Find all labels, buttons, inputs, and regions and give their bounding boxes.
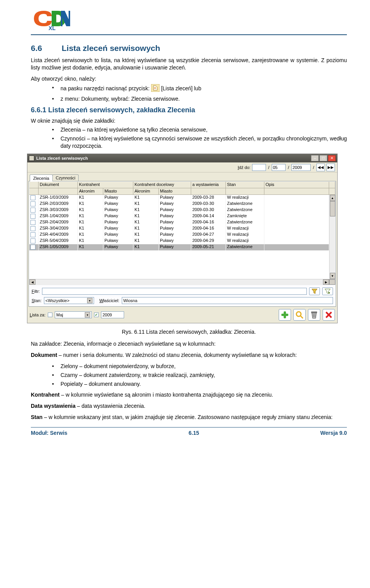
funnel-run-button[interactable] [309,287,320,295]
grid-header-row-2: Akronim Miasto Akronim Miasto [29,188,335,195]
after-columns-intro: Na zakładce: Zlecenia, informacje o zlec… [31,340,347,348]
listfor-label: Lista za: [30,313,45,317]
col-data: Data wystawienia – data wystawienia zlec… [31,402,347,410]
subsection-heading: 6.6.1 Lista zleceń serwisowych, zakładka… [31,106,347,114]
close-button[interactable]: ✕ [328,155,336,161]
page-footer: Moduł: Serwis 6.15 Wersja 9.0 [31,427,347,436]
filter-label: Filtr: [32,289,40,294]
table-row[interactable]: ZSR-3/03/2009K1PuławyK1Puławy2009-03-30Z… [29,207,335,213]
maximize-button[interactable]: □ [320,155,327,161]
header-rule [31,34,347,35]
list-item: Zlecenia – na której wyświetlone są tylk… [52,126,347,133]
tab-strip: Zlecenia Czynności [27,172,337,181]
table-row[interactable]: ZSR-3/04/2009K1PuławyK1Puławy2009-04-16W… [29,226,335,232]
svg-rect-7 [311,312,317,313]
bottom-bar: Lista za: Maj▼ ✔ 2009 [27,308,337,323]
open-instruction: Aby otworzyć okno, należy: [31,75,347,83]
table-row[interactable]: ZSR-2/04/2009K1PuławyK1Puławy2009-04-16Z… [29,220,335,226]
tabs-list: Zlecenia – na której wyświetlone są tylk… [31,126,347,150]
chevron-down-icon: ▼ [85,312,90,318]
scroll-up-icon[interactable]: ▲ [330,195,335,201]
col-dokument: Dokument – numer i seria dokumentu. W za… [31,351,347,359]
col-stan: Stan – w kolumnie wskazany jest stan, w … [31,414,347,421]
svg-rect-4 [281,314,288,316]
close-panel-button[interactable] [323,309,335,321]
goto-month[interactable]: 05 [272,164,286,171]
col-kontrahent: Kontrahent – w kolumnie wyświetlane są a… [31,391,347,399]
toolbar-icon [151,84,160,94]
minimize-button[interactable]: – [311,155,319,161]
section-heading: 6.6Lista zleceń serwisowych [31,44,347,53]
tab-czynnosci[interactable]: Czynności [52,174,79,181]
month-combo[interactable]: Maj▼ [55,311,92,318]
next-button[interactable]: ▶▶ [326,164,335,171]
funnel-build-button[interactable] [322,287,333,295]
delete-button[interactable] [308,309,320,321]
table-row[interactable]: ZSR-1/05/2009K1PuławyK1Puławy2009-05-21Z… [29,244,335,250]
table-row[interactable]: ZSR-1/03/2009K1PuławyK1Puławy2009-03-28W… [29,195,335,201]
prev-button[interactable]: ◀◀ [316,164,325,171]
intro-paragraph: Lista zleceń serwisowych to lista, na kt… [31,57,347,71]
tab-zlecenia[interactable]: Zlecenia [30,174,53,181]
svg-point-2 [328,292,330,294]
data-grid[interactable]: Dokument Kontrahent Kontrahent docelowy … [29,182,335,285]
footer-left: Moduł: Serwis [31,430,67,436]
table-row[interactable]: ZSR-2/03/2009K1PuławyK1Puławy2009-03-30Z… [29,201,335,207]
goto-year[interactable]: 2009 [291,164,311,171]
open-steps-list: na pasku narzędzi nacisnąć przycisk: [Li… [31,84,347,103]
chevron-down-icon: ▼ [87,298,92,303]
logo: XL [31,8,347,33]
footer-right: Wersja 9.0 [320,430,347,436]
list-item: na pasku narzędzi nacisnąć przycisk: [Li… [52,84,347,94]
status-row: Stan: <Wszystkie>▼ Właściciel: Wiosna [32,296,333,305]
goto-label: Idź do: [238,165,251,170]
month-checkbox[interactable] [48,313,52,317]
go-to-bar: Idź do: / 05 / 2009 / ◀◀ ▶▶ [27,162,337,172]
horizontal-scrollbar[interactable]: ◀ ▶ [29,279,335,285]
filter-row: Filtr: [32,287,333,296]
svg-point-5 [296,312,301,316]
year-checkbox[interactable]: ✔ [94,313,99,317]
colors-list: Zielony – dokument niepotwierdzony, w bu… [31,363,347,388]
view-button[interactable] [293,309,306,321]
scroll-right-icon[interactable]: ▶ [323,279,329,285]
window-title: Lista zleceń serwisowych [36,156,310,161]
table-row[interactable]: ZSR-5/04/2009K1PuławyK1Puławy2009-04-29W… [29,238,335,244]
list-item: Czarny – dokument zatwierdzony, w trakci… [52,372,347,379]
add-button[interactable] [279,309,291,321]
table-row[interactable]: ZSR-4/04/2009K1PuławyK1Puławy2009-04-27W… [29,232,335,238]
table-row[interactable]: ZSR-1/04/2009K1PuławyK1Puławy2009-04-14Z… [29,213,335,220]
window-icon [29,155,34,161]
footer-center: 6.15 [188,430,199,436]
grid-header-row-1: Dokument Kontrahent Kontrahent docelowy … [29,182,335,188]
status-combo[interactable]: <Wszystkie>▼ [44,297,94,304]
owner-label: Właściciel: [99,298,119,303]
scroll-left-icon[interactable]: ◀ [29,279,35,285]
scroll-thumb[interactable] [330,201,335,216]
year-input[interactable]: 2009 [101,311,124,318]
sub-intro: W oknie znajdują się dwie zakładki: [31,117,347,125]
list-item: Popielaty – dokument anulowany. [52,380,347,388]
list-item: Zielony – dokument niepotwierdzony, w bu… [52,363,347,370]
title-bar[interactable]: Lista zleceń serwisowych – □ ✕ [27,154,337,162]
filter-input[interactable] [42,288,307,295]
svg-text:XL: XL [49,25,56,31]
figure-caption: Rys. 6.11 Lista zleceń serwisowych, zakł… [31,329,347,335]
scroll-down-icon[interactable]: ▼ [330,273,335,279]
list-item: z menu: Dokumenty, wybrać: Zlecenia serw… [52,95,347,103]
screenshot-window: Lista zleceń serwisowych – □ ✕ Idź do: /… [27,154,338,323]
goto-day[interactable] [252,164,266,171]
list-item: Czynności – na której wyświetlone są czy… [52,135,347,150]
svg-line-6 [301,316,303,318]
owner-input[interactable]: Wiosna [122,297,333,304]
status-label: Stan: [32,298,42,303]
vertical-scrollbar[interactable]: ▲ ▼ [329,195,335,279]
